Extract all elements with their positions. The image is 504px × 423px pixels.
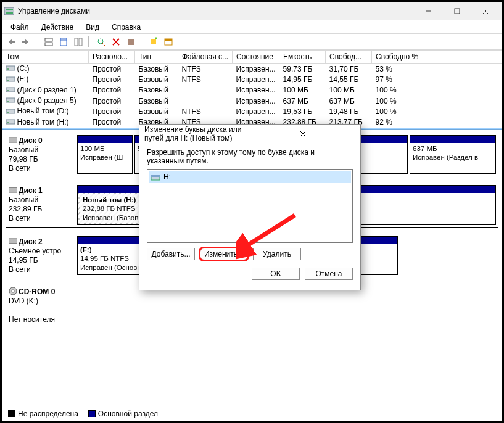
- part-label: (F:): [80, 246, 92, 253]
- tool-zoom-icon[interactable]: [94, 35, 108, 49]
- tool-generic-icon[interactable]: [124, 35, 138, 49]
- drive-letter-item[interactable]: H:: [149, 171, 351, 183]
- col-free[interactable]: Свобод...: [326, 51, 372, 64]
- volume-icon: [6, 118, 16, 127]
- svg-rect-2: [6, 12, 13, 14]
- menu-view[interactable]: Вид: [80, 22, 105, 33]
- delete-button[interactable]: Удалить: [253, 248, 301, 260]
- disk-name: CD-ROM 0: [19, 287, 55, 296]
- new-icon[interactable]: [147, 35, 160, 49]
- col-free-pct[interactable]: Свободно %: [372, 51, 502, 64]
- maximize-button[interactable]: [443, 2, 471, 20]
- partition[interactable]: 637 МБ Исправен (Раздел в: [410, 135, 496, 174]
- col-fs[interactable]: Файловая с...: [178, 51, 233, 64]
- svg-rect-0: [4, 7, 14, 15]
- dialog-close-button[interactable]: [250, 126, 355, 141]
- minimize-button[interactable]: [415, 2, 443, 20]
- part-status: Исправен (Базов: [83, 214, 138, 221]
- part-label: Новый том (H:): [83, 196, 136, 203]
- menu-help[interactable]: Справка: [105, 22, 147, 33]
- tool-icon2[interactable]: [57, 35, 70, 49]
- forward-icon[interactable]: [19, 35, 33, 49]
- svg-rect-9: [60, 38, 67, 46]
- drive-letter-list[interactable]: H:: [147, 169, 353, 243]
- table-header: Том Располо... Тип Файловая с... Состоян…: [2, 51, 502, 64]
- delete-icon[interactable]: [109, 35, 123, 49]
- table-row[interactable]: (Диск 0 раздел 5)ПростойБазовыйИсправен.…: [2, 96, 502, 106]
- disk-status: В сети: [9, 265, 31, 274]
- ok-button[interactable]: OK: [252, 268, 300, 280]
- svg-rect-1: [6, 9, 13, 10]
- svg-rect-7: [45, 38, 52, 41]
- table-row[interactable]: Новый том (D:)ПростойБазовыйNTFSИсправен…: [2, 106, 502, 117]
- disk-size: 79,98 ГБ: [9, 155, 38, 163]
- menu-file[interactable]: Файл: [4, 22, 35, 33]
- svg-rect-41: [151, 175, 160, 177]
- menubar: Файл Действие Вид Справка: [2, 20, 502, 34]
- svg-point-13: [98, 39, 103, 44]
- svg-rect-22: [7, 68, 9, 70]
- disk-name: Диск 2: [19, 237, 43, 246]
- volume-icon: [6, 96, 16, 105]
- change-button[interactable]: Изменить...: [200, 248, 248, 260]
- part-status: Исправен (Раздел в: [413, 154, 478, 161]
- part-size: 14,95 ГБ NTFS: [80, 255, 129, 262]
- volume-icon: [6, 64, 16, 73]
- svg-rect-24: [7, 80, 9, 81]
- part-size: 232,88 ГБ NTFS: [83, 205, 135, 212]
- disk-status: В сети: [9, 214, 31, 223]
- table-row[interactable]: (F:)ПростойБазовыйNTFSИсправен...14,95 Г…: [2, 74, 502, 84]
- svg-rect-11: [75, 38, 78, 46]
- menu-action[interactable]: Действие: [35, 22, 80, 33]
- dialog-titlebar: Изменение буквы диска или путей для H: (…: [139, 125, 360, 143]
- legend-primary-swatch: [88, 410, 96, 417]
- add-button[interactable]: Добавить...: [147, 248, 195, 260]
- tool-icon[interactable]: [42, 35, 56, 49]
- disk-type: Съемное устро: [9, 247, 61, 255]
- volume-icon: [6, 75, 16, 84]
- volume-table: Том Располо... Тип Файловая с... Состоян…: [2, 50, 502, 128]
- svg-rect-30: [7, 112, 9, 113]
- disk-header: Диск 2 Съемное устро 14,95 ГБ В сети: [6, 234, 75, 277]
- svg-point-37: [12, 290, 14, 292]
- disk-header: Диск 0 Базовый 79,98 ГБ В сети: [6, 133, 75, 176]
- disk-size: 14,95 ГБ: [9, 256, 38, 265]
- tool-icon3[interactable]: [72, 35, 85, 49]
- app-icon: [4, 6, 14, 16]
- dialog-message: Разрешить доступ к этому тому по букве д…: [147, 148, 353, 165]
- disk-type: Базовый: [9, 146, 38, 154]
- partition[interactable]: 100 МБ Исправен (Ш: [77, 135, 133, 174]
- svg-rect-33: [9, 138, 17, 142]
- col-layout[interactable]: Располо...: [89, 51, 135, 64]
- close-button[interactable]: [471, 2, 500, 20]
- disk-size: 232,89 ГБ: [9, 205, 42, 213]
- window-title: Управление дисками: [18, 7, 415, 15]
- disk-icon: [9, 186, 17, 194]
- part-size: 100 МБ: [80, 145, 105, 152]
- col-volume[interactable]: Том: [2, 51, 89, 64]
- part-status: Исправен (Ш: [80, 154, 123, 161]
- svg-rect-12: [79, 38, 82, 46]
- titlebar: Управление дисками: [2, 2, 502, 20]
- table-row[interactable]: (Диск 0 раздел 1)ПростойБазовыйИсправен.…: [2, 85, 502, 96]
- col-status[interactable]: Состояние: [233, 51, 279, 64]
- col-capacity[interactable]: Емкость: [279, 51, 326, 64]
- svg-line-14: [102, 43, 105, 46]
- legend: Не распределена Основной раздел: [6, 408, 160, 419]
- tool-last-icon[interactable]: [162, 35, 175, 49]
- disk-icon: [9, 237, 17, 245]
- cancel-button[interactable]: Отмена: [305, 268, 353, 280]
- disk-header: CD-ROM 0 DVD (K:) Нет носителя: [6, 284, 75, 327]
- cd-icon: [9, 287, 17, 295]
- col-type[interactable]: Тип: [135, 51, 178, 64]
- svg-rect-17: [128, 39, 134, 45]
- volume-icon: [6, 86, 16, 95]
- back-icon[interactable]: [4, 35, 18, 49]
- table-row[interactable]: (C:)ПростойБазовыйNTFSИсправен...59,73 Г…: [2, 64, 502, 75]
- svg-rect-18: [151, 39, 156, 44]
- svg-rect-28: [7, 101, 9, 102]
- disk-name: Диск 1: [19, 186, 43, 195]
- change-drive-letter-dialog: Изменение буквы диска или путей для H: (…: [139, 124, 361, 290]
- partition-selected-h[interactable]: Новый том (H:) 232,88 ГБ NTFS Исправен (…: [77, 185, 145, 225]
- svg-rect-20: [165, 39, 172, 41]
